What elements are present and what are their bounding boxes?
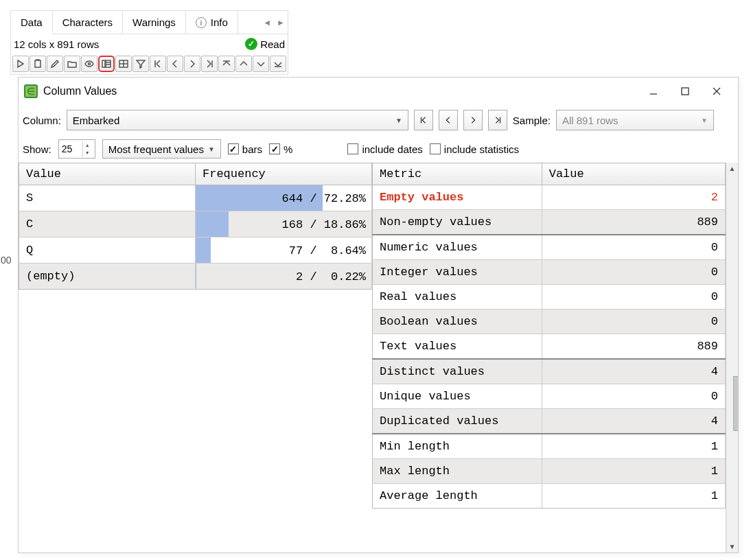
frequency-text: 644 / 72.28% xyxy=(282,191,366,205)
maximize-button[interactable] xyxy=(669,80,701,102)
sample-combo-value: All 891 rows xyxy=(562,115,619,126)
spin-up-icon[interactable]: ▲ xyxy=(83,141,92,149)
minimize-button[interactable] xyxy=(638,80,669,102)
scroll-thumb[interactable] xyxy=(733,376,739,431)
main-window: Data Characters Warnings i Info ◄ ► 12 c… xyxy=(10,10,288,75)
close-button[interactable] xyxy=(701,80,732,102)
table-row[interactable]: Integer values0 xyxy=(373,260,726,285)
arrow-right-icon[interactable] xyxy=(184,56,200,72)
read-status: ✓ Read xyxy=(245,38,285,50)
show-count-spinner[interactable]: ▲▼ xyxy=(58,139,95,159)
spin-down-icon[interactable]: ▼ xyxy=(83,149,92,156)
tab-next-icon[interactable]: ► xyxy=(274,15,288,30)
frequency-cell: 77 / 8.64% xyxy=(196,237,372,264)
tab-characters[interactable]: Characters xyxy=(53,11,123,34)
arrow-last-icon[interactable] xyxy=(201,56,218,72)
bars-checkbox[interactable]: bars xyxy=(228,143,262,155)
chevron-down-icon: ▼ xyxy=(701,117,708,124)
tab-prev-icon[interactable]: ◄ xyxy=(260,15,274,30)
status-row: 12 cols x 891 rows ✓ Read xyxy=(11,34,288,54)
scroll-up-icon[interactable]: ▲ xyxy=(729,163,736,174)
tab-info[interactable]: i Info xyxy=(186,11,238,34)
arrow-up-icon[interactable] xyxy=(235,56,252,72)
metric-cell: Max length xyxy=(373,459,542,484)
frequency-cell: 644 / 72.28% xyxy=(196,185,372,211)
clipboard-icon[interactable] xyxy=(30,56,46,72)
check-icon: ✓ xyxy=(245,38,257,50)
sample-label: Sample: xyxy=(513,115,551,126)
show-count-input[interactable] xyxy=(59,143,82,154)
freq-header-frequency[interactable]: Frequency xyxy=(196,163,372,185)
table-row[interactable]: Boolean values0 xyxy=(373,310,726,334)
metric-value-cell: 889 xyxy=(542,210,725,235)
eye-icon[interactable] xyxy=(81,56,97,72)
table-row[interactable]: Duplicated values4 xyxy=(373,409,726,434)
arrow-left-icon[interactable] xyxy=(167,56,183,72)
tab-nav: ◄ ► xyxy=(260,11,288,34)
metrics-header-value[interactable]: Value xyxy=(542,163,725,185)
table-row[interactable]: Q 77 / 8.64% xyxy=(19,237,372,264)
checkbox-label: % xyxy=(284,143,292,155)
table-row[interactable]: Text values889 xyxy=(373,334,726,360)
table-row[interactable]: S644 / 72.28% xyxy=(19,185,372,211)
arrow-down-icon[interactable] xyxy=(253,56,269,72)
include-statistics-checkbox[interactable]: include statistics xyxy=(430,143,519,155)
frequency-bar xyxy=(196,264,196,289)
table-row[interactable]: Min length1 xyxy=(373,434,726,459)
metric-cell: Duplicated values xyxy=(373,409,542,434)
table-row[interactable]: Non-empty values889 xyxy=(373,210,726,235)
left-edge-fragment: 00 xyxy=(0,254,12,266)
first-column-button[interactable] xyxy=(414,110,433,130)
frequency-table: Value Frequency S644 / 72.28%C168 / 18.8… xyxy=(19,163,372,290)
play-icon[interactable] xyxy=(12,56,29,72)
sample-combo[interactable]: All 891 rows ▼ xyxy=(556,110,714,130)
metric-cell: Min length xyxy=(373,434,542,459)
checkbox-icon xyxy=(269,143,280,154)
tab-warnings[interactable]: Warnings xyxy=(123,11,186,34)
app-icon: ∈ xyxy=(24,84,38,98)
checkbox-label: bars xyxy=(242,143,262,155)
folder-icon[interactable] xyxy=(64,56,80,72)
table-row[interactable]: Max length1 xyxy=(373,459,726,484)
mode-combo[interactable]: Most frequent values ▼ xyxy=(102,139,221,159)
column-combo-value: Embarked xyxy=(73,115,119,126)
percent-checkbox[interactable]: % xyxy=(269,143,292,155)
table-row[interactable]: Unique values0 xyxy=(373,384,726,409)
include-dates-checkbox[interactable]: include dates xyxy=(347,143,422,155)
freq-header-value[interactable]: Value xyxy=(19,163,196,185)
next-column-button[interactable] xyxy=(463,110,483,130)
metrics-header-metric[interactable]: Metric xyxy=(373,163,542,185)
prev-column-button[interactable] xyxy=(439,110,458,130)
table-row[interactable]: Average length1 xyxy=(373,484,726,509)
table-row[interactable]: Numeric values0 xyxy=(373,235,726,260)
arrow-first-icon[interactable] xyxy=(150,56,166,72)
column-combo[interactable]: Embarked ▼ xyxy=(67,110,408,130)
last-column-button[interactable] xyxy=(488,110,507,130)
metric-value-cell: 1 xyxy=(542,484,725,509)
title-bar: ∈ Column Values xyxy=(19,78,738,105)
scroll-down-icon[interactable]: ▼ xyxy=(729,541,736,552)
dialog-title: Column Values xyxy=(43,85,117,97)
filter-icon[interactable] xyxy=(132,56,149,72)
arrow-top-icon[interactable] xyxy=(218,56,235,72)
metric-value-cell: 2 xyxy=(542,185,725,210)
tab-data[interactable]: Data xyxy=(11,11,53,34)
column-label: Column: xyxy=(23,115,61,126)
svg-rect-3 xyxy=(106,60,111,67)
metric-cell: Non-empty values xyxy=(373,210,542,235)
metric-cell: Distinct values xyxy=(373,359,542,384)
table-row[interactable]: (empty) 2 / 0.22% xyxy=(19,264,372,290)
arrow-bottom-icon[interactable] xyxy=(270,56,286,72)
metric-value-cell: 0 xyxy=(542,384,725,409)
table-row[interactable]: Distinct values4 xyxy=(373,359,726,384)
metric-value-cell: 0 xyxy=(542,235,725,260)
table-row[interactable]: Empty values2 xyxy=(373,185,726,210)
grid-icon[interactable] xyxy=(115,56,132,72)
scrollbar[interactable]: ▲ ▼ xyxy=(726,163,738,552)
pencil-icon[interactable] xyxy=(47,56,63,72)
column-values-icon[interactable] xyxy=(98,56,115,72)
table-row[interactable]: C168 / 18.86% xyxy=(19,211,372,237)
checkbox-icon xyxy=(228,143,239,154)
metric-value-cell: 1 xyxy=(542,459,725,484)
table-row[interactable]: Real values0 xyxy=(373,285,726,310)
